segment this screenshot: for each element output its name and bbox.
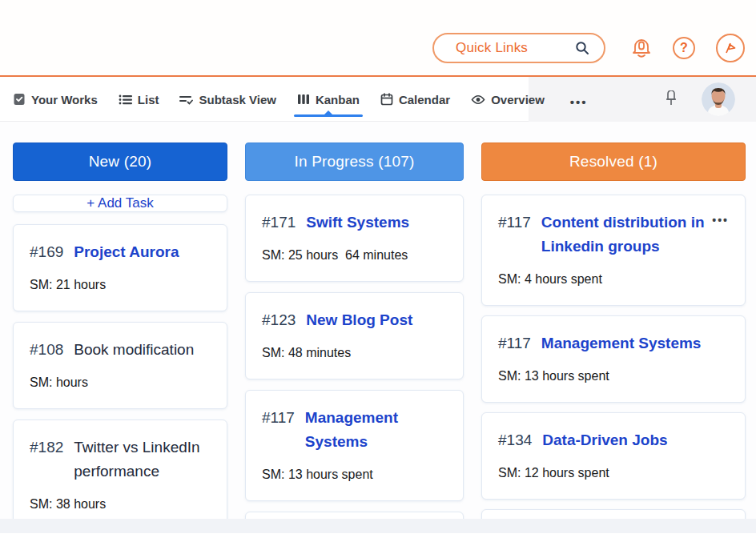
tab-overview[interactable]: Overview [471,93,545,106]
tab-calendar[interactable]: Calendar [380,93,450,106]
tab-label: Calendar [399,93,450,106]
task-meta: SM: 13 hours spent [262,466,447,484]
task-id: #108 [30,338,63,362]
tab-your-works[interactable]: Your Works [13,93,98,106]
list-icon [119,94,132,106]
pin-icon[interactable] [663,90,679,108]
calendar-icon [380,93,393,106]
overview-eye-icon [471,94,485,105]
task-title-link[interactable]: Swift Systems [306,211,409,235]
kanban-icon [297,94,310,105]
task-id: #134 [498,428,532,452]
tab-kanban[interactable]: Kanban [297,93,360,106]
task-meta: SM: hours [30,374,211,391]
tab-label: List [138,93,159,106]
task-id: #171 [262,211,296,235]
task-title-link[interactable]: Content distribution in Linkedin groups [541,211,712,259]
task-card[interactable]: #123 New Blog Post SM: 48 minutes [245,292,464,379]
kanban-board: New (20) + Add Task #169 Project Aurora … [0,122,756,519]
tab-label: Kanban [316,93,360,106]
task-meta: SM: 48 minutes [262,344,447,362]
help-glyph: ? [680,41,688,55]
user-avatar[interactable] [702,82,735,116]
quick-links-button[interactable]: Quick Links [432,33,605,63]
task-id: #123 [262,308,296,332]
task-id: #117 [498,331,531,355]
app-window: Quick Links ? [0,0,756,558]
tab-list[interactable]: List [119,93,159,106]
task-card[interactable]: #171 Swift Systems SM: 25 hours 64 minut… [245,195,464,282]
task-id: #182 [30,436,63,460]
task-meta: SM: 13 hours spent [498,367,729,385]
task-title-link[interactable]: Project Aurora [74,240,179,264]
subtask-icon [179,94,193,106]
task-card[interactable]: #108 Book modification SM: hours [13,322,227,409]
page-bottom-strip [0,519,756,533]
task-card[interactable]: #117 Content distribution in Linkedin gr… [481,195,746,306]
add-task-button[interactable]: + Add Task [13,195,227,212]
task-title[interactable]: Twitter vs LinkedIn performance [74,436,211,484]
tab-label: Overview [491,93,545,106]
card-menu-icon[interactable]: ••• [712,211,729,230]
view-tabs: Your Works List Subtask View Kanban [13,77,588,122]
column-header-new[interactable]: New (20) [13,143,227,181]
more-tabs-icon[interactable]: ••• [570,90,588,109]
task-id: #117 [262,406,295,430]
task-meta: SM: 21 hours [30,276,211,294]
send-flag-icon[interactable] [716,34,745,62]
task-card-partial[interactable] [245,512,464,519]
column-header-resolved[interactable]: Resolved (1) [481,143,746,181]
task-meta: SM: 12 hours spent [498,464,729,482]
column-header-in-progress[interactable]: In Progress (107) [245,143,464,181]
task-card[interactable]: #134 Data-Driven Jobs SM: 12 hours spent [481,412,746,500]
task-card-partial[interactable] [481,509,746,519]
tab-subtask-view[interactable]: Subtask View [179,93,275,106]
help-icon[interactable]: ? [673,37,695,59]
notifications-bell-icon[interactable] [631,37,652,59]
column-in-progress: In Progress (107) #171 Swift Systems SM:… [245,143,464,519]
task-title-link[interactable]: Data-Driven Jobs [542,428,667,452]
task-id: #117 [498,211,531,235]
task-card[interactable]: #117 Management Systems SM: 13 hours spe… [481,315,746,403]
quick-links-label: Quick Links [434,40,528,56]
column-resolved: Resolved (1) #117 Content distribution i… [481,143,746,519]
works-icon [13,93,26,106]
task-meta: SM: 38 hours [30,496,211,513]
task-id: #169 [30,240,63,264]
task-card[interactable]: #117 Management Systems SM: 13 hours spe… [245,390,464,501]
task-title[interactable]: Book modification [74,338,194,362]
task-title-link[interactable]: New Blog Post [306,308,412,332]
column-new: New (20) + Add Task #169 Project Aurora … [13,143,227,519]
task-title-link[interactable]: Management Systems [305,406,447,454]
task-card[interactable]: #169 Project Aurora SM: 21 hours [13,224,227,311]
task-title-link[interactable]: Management Systems [541,331,702,355]
top-bar: Quick Links ? [0,0,756,77]
search-icon [575,41,589,55]
tab-label: Subtask View [199,93,275,106]
task-card[interactable]: #182 Twitter vs LinkedIn performance SM:… [13,420,227,519]
task-meta: SM: 25 hours 64 minutes [262,247,447,264]
tab-label: Your Works [31,93,98,106]
view-nav-bar: Your Works List Subtask View Kanban [0,77,756,122]
task-meta: SM: 4 hours spent [498,271,729,288]
